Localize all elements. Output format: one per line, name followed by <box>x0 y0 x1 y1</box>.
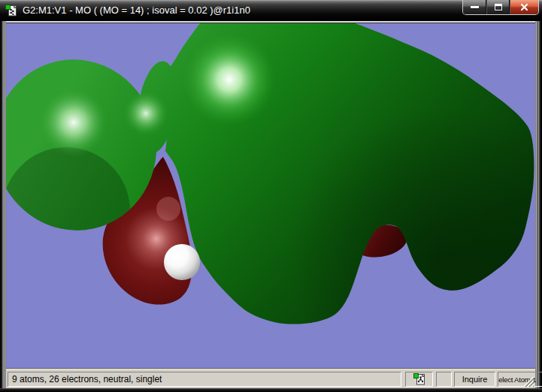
green-specular-highlight-dome <box>183 33 276 126</box>
hydrogen-atom[interactable] <box>164 244 200 280</box>
maximize-button[interactable] <box>486 0 510 14</box>
close-icon <box>520 3 528 11</box>
window-controls <box>462 0 539 15</box>
window-title: G2:M1:V1 - MO ( (MO = 14) ; isoval = 0.0… <box>23 5 250 16</box>
resize-grip-icon[interactable] <box>522 375 534 387</box>
window-resize-edge-bottom[interactable] <box>0 388 542 392</box>
minimize-icon <box>471 6 479 8</box>
titlebar[interactable]: G2:M1:V1 - MO ( (MO = 14) ; isoval = 0.0… <box>0 0 542 21</box>
window-resize-edge-right[interactable] <box>535 21 542 388</box>
maximize-icon <box>495 4 502 11</box>
select-mode-panel[interactable]: Select Atom 1 <box>498 372 542 387</box>
close-button[interactable] <box>510 0 538 14</box>
red-specular-highlight-small <box>156 197 180 221</box>
minimize-button[interactable] <box>463 0 486 14</box>
status-blank-panel <box>436 372 452 387</box>
molecule-summary-panel: 9 atoms, 26 electrons, neutral, singlet <box>8 372 401 387</box>
inquire-mode-panel[interactable]: Inquire <box>454 372 495 387</box>
gaussview-window: G2:M1:V1 - MO ( (MO = 14) ; isoval = 0.0… <box>0 0 542 392</box>
green-specular-highlight-lobe <box>39 88 108 157</box>
molecule-summary-text: 9 atoms, 26 electrons, neutral, singlet <box>12 374 162 384</box>
molecule-viewport[interactable] <box>6 23 535 368</box>
inquire-label: Inquire <box>462 375 488 384</box>
molecule-document-icon[interactable] <box>5 5 17 17</box>
statusbar: 9 atoms, 26 electrons, neutral, singlet … <box>6 368 535 388</box>
status-molecule-icon-panel <box>405 372 433 387</box>
mo-isosurface-scene <box>6 23 535 368</box>
green-specular-highlight-neck <box>123 91 168 136</box>
molecule-document-icon <box>413 373 425 385</box>
window-resize-edge-left[interactable] <box>0 21 6 388</box>
